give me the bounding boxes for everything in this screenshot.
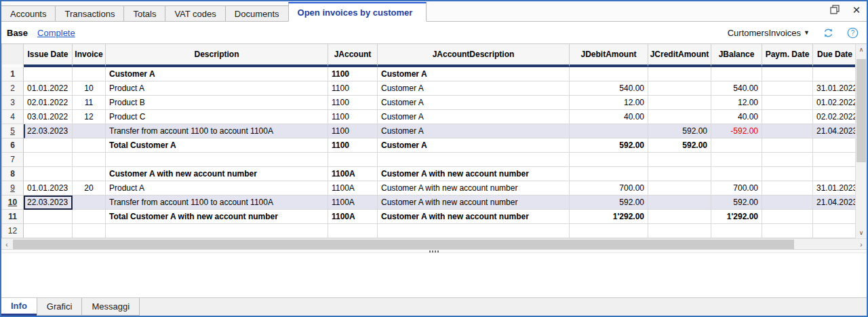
cell-issue-date[interactable]: 02.01.2022 bbox=[24, 96, 73, 110]
cell-jbalance[interactable]: 540.00 bbox=[711, 81, 762, 96]
column-header[interactable]: Description bbox=[106, 44, 328, 67]
column-header[interactable]: JDebitAmount bbox=[570, 44, 648, 67]
vertical-scroll-track[interactable] bbox=[856, 55, 867, 227]
cell-jaccount-description[interactable]: Customer A with new account number bbox=[378, 195, 570, 210]
cell-paym-date[interactable] bbox=[762, 224, 813, 238]
row-number[interactable]: 8 bbox=[2, 167, 24, 181]
column-header[interactable]: Paym. Date bbox=[762, 44, 813, 67]
cell-jaccount[interactable] bbox=[328, 224, 378, 238]
row-number[interactable]: 5 bbox=[2, 124, 24, 138]
bottom-tab[interactable]: Grafici bbox=[37, 298, 83, 316]
cell-invoice[interactable] bbox=[73, 195, 106, 210]
cell-jaccount-description[interactable]: Customer A bbox=[378, 96, 570, 110]
cell-issue-date[interactable] bbox=[24, 138, 73, 153]
cell-description[interactable]: Customer A with new account number bbox=[106, 167, 328, 181]
cell-invoice[interactable]: 20 bbox=[73, 181, 106, 195]
cell-jdebit-amount[interactable] bbox=[570, 167, 648, 181]
cell-paym-date[interactable] bbox=[762, 167, 813, 181]
row-number[interactable]: 6 bbox=[2, 138, 24, 153]
cell-invoice[interactable] bbox=[73, 210, 106, 224]
row-number[interactable]: 9 bbox=[2, 181, 24, 195]
document-tab[interactable]: Accounts bbox=[1, 5, 56, 22]
row-number[interactable]: 7 bbox=[2, 153, 24, 167]
cell-invoice[interactable] bbox=[73, 138, 106, 153]
cell-jaccount-description[interactable]: Customer A bbox=[378, 67, 570, 81]
cell-due-date[interactable]: 31.01.2022 bbox=[813, 81, 855, 96]
cell-issue-date[interactable]: 01.01.2022 bbox=[24, 81, 73, 96]
cell-jaccount[interactable]: 1100A bbox=[328, 210, 378, 224]
cell-jbalance[interactable]: 592.00 bbox=[711, 195, 762, 210]
cell-jdebit-amount[interactable]: 12.00 bbox=[570, 96, 648, 110]
cell-jcredit-amount[interactable] bbox=[648, 210, 711, 224]
horizontal-scroll-thumb[interactable] bbox=[13, 240, 794, 249]
cell-jdebit-amount[interactable] bbox=[570, 224, 648, 238]
cell-description[interactable] bbox=[106, 153, 328, 167]
row-number[interactable]: 4 bbox=[2, 110, 24, 124]
cell-jbalance[interactable]: 1'292.00 bbox=[711, 210, 762, 224]
cell-description[interactable]: Product A bbox=[106, 181, 328, 195]
row-number[interactable]: 1 bbox=[2, 67, 24, 81]
cell-paym-date[interactable] bbox=[762, 153, 813, 167]
cell-jcredit-amount[interactable] bbox=[648, 195, 711, 210]
cell-jaccount[interactable]: 1100 bbox=[328, 138, 378, 153]
document-tab[interactable]: VAT codes bbox=[165, 5, 225, 22]
cell-jcredit-amount[interactable] bbox=[648, 167, 711, 181]
cell-due-date[interactable] bbox=[813, 138, 855, 153]
row-number[interactable]: 3 bbox=[2, 96, 24, 110]
cell-jcredit-amount[interactable]: 592.00 bbox=[648, 124, 711, 138]
cell-jdebit-amount[interactable]: 40.00 bbox=[570, 110, 648, 124]
scroll-right-icon[interactable]: › bbox=[856, 239, 867, 250]
cell-paym-date[interactable] bbox=[762, 110, 813, 124]
document-tab[interactable]: Transactions bbox=[55, 5, 124, 22]
cell-invoice[interactable] bbox=[73, 167, 106, 181]
cell-jaccount-description[interactable]: Customer A bbox=[378, 124, 570, 138]
cell-jaccount[interactable]: 1100A bbox=[328, 195, 378, 210]
cell-jdebit-amount[interactable]: 540.00 bbox=[570, 81, 648, 96]
report-dropdown[interactable]: CurtomersInvoices ▼ bbox=[728, 28, 810, 38]
row-number[interactable]: 2 bbox=[2, 81, 24, 96]
cell-jaccount[interactable]: 1100 bbox=[328, 110, 378, 124]
cell-jaccount[interactable]: 1100 bbox=[328, 67, 378, 81]
cell-jbalance[interactable] bbox=[711, 67, 762, 81]
cell-jaccount-description[interactable] bbox=[378, 224, 570, 238]
cell-due-date[interactable]: 31.01.2023 bbox=[813, 181, 855, 195]
cell-jbalance[interactable] bbox=[711, 224, 762, 238]
cell-issue-date[interactable] bbox=[24, 210, 73, 224]
cell-due-date[interactable] bbox=[813, 224, 855, 238]
cell-jcredit-amount[interactable] bbox=[648, 96, 711, 110]
cell-description[interactable]: Customer A bbox=[106, 67, 328, 81]
row-number[interactable]: 10 bbox=[2, 195, 24, 210]
cell-description[interactable] bbox=[106, 224, 328, 238]
column-header[interactable]: JBalance bbox=[711, 44, 762, 67]
cell-jcredit-amount[interactable]: 592.00 bbox=[648, 138, 711, 153]
document-tab[interactable]: Open invoices by customer bbox=[288, 2, 427, 22]
cell-description[interactable]: Total Customer A with new account number bbox=[106, 210, 328, 224]
cell-jdebit-amount[interactable] bbox=[570, 124, 648, 138]
cell-description[interactable]: Product A bbox=[106, 81, 328, 96]
vertical-scroll-thumb[interactable] bbox=[856, 59, 866, 162]
cell-description[interactable]: Product C bbox=[106, 110, 328, 124]
cell-jdebit-amount[interactable]: 1'292.00 bbox=[570, 210, 648, 224]
cell-invoice[interactable] bbox=[73, 124, 106, 138]
cell-jbalance[interactable] bbox=[711, 138, 762, 153]
cell-jaccount-description[interactable]: Customer A bbox=[378, 138, 570, 153]
cell-jaccount-description[interactable]: Customer A with new account number bbox=[378, 181, 570, 195]
cell-paym-date[interactable] bbox=[762, 138, 813, 153]
row-number[interactable]: 11 bbox=[2, 210, 24, 224]
cell-description[interactable]: Transfer from account 1100 to account 11… bbox=[106, 195, 328, 210]
cell-jaccount[interactable]: 1100 bbox=[328, 96, 378, 110]
cell-jbalance[interactable]: -592.00 bbox=[711, 124, 762, 138]
cell-jdebit-amount[interactable]: 700.00 bbox=[570, 181, 648, 195]
cell-issue-date[interactable]: 22.03.2023 bbox=[24, 195, 73, 210]
cell-jaccount[interactable]: 1100 bbox=[328, 124, 378, 138]
cell-invoice[interactable]: 11 bbox=[73, 96, 106, 110]
cell-due-date[interactable]: 01.02.2022 bbox=[813, 96, 855, 110]
cell-issue-date[interactable] bbox=[24, 67, 73, 81]
cell-jaccount-description[interactable]: Customer A bbox=[378, 110, 570, 124]
cell-paym-date[interactable] bbox=[762, 124, 813, 138]
cell-paym-date[interactable] bbox=[762, 67, 813, 81]
close-window-icon[interactable]: ✕ bbox=[850, 3, 863, 16]
cell-description[interactable]: Product B bbox=[106, 96, 328, 110]
cell-jaccount-description[interactable]: Customer A with new account number bbox=[378, 167, 570, 181]
cell-jdebit-amount[interactable]: 592.00 bbox=[570, 195, 648, 210]
